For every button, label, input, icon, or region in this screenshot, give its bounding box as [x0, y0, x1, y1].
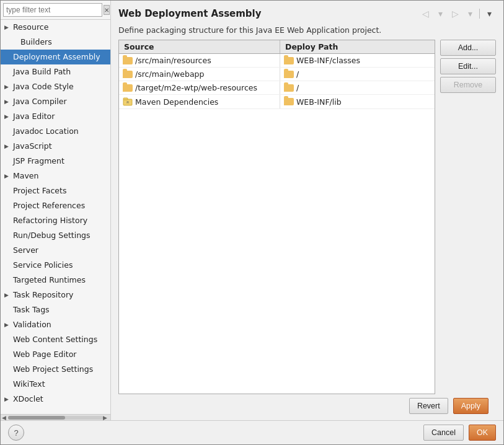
sidebar-item-wikitext[interactable]: WikiText [1, 377, 110, 392]
dialog: ✕ ▶ Resource Builders Deployment Assembl… [0, 0, 504, 445]
folder-icon [123, 84, 133, 92]
sidebar-item-label: Deployment Assembly [13, 51, 108, 63]
sidebar-item-label: Project Facets [13, 185, 108, 196]
toolbar-divider [479, 9, 480, 19]
sidebar: ✕ ▶ Resource Builders Deployment Assembl… [1, 1, 111, 420]
forward-button[interactable]: ▷ [448, 7, 462, 20]
column-deploy-header: Deploy Path [280, 40, 435, 53]
source-path: /src/main/webapp [135, 69, 205, 79]
source-cell: /src/main/webapp [119, 68, 280, 81]
add-button[interactable]: Add... [440, 40, 496, 56]
svg-rect-1 [123, 98, 128, 100]
folder-icon [284, 98, 294, 105]
scroll-track [8, 416, 103, 420]
back-dropdown-button[interactable]: ▾ [433, 7, 447, 20]
help-button[interactable]: ? [8, 425, 24, 441]
sidebar-item-label: XDoclet [13, 394, 108, 405]
sidebar-item-task-tags[interactable]: Task Tags [1, 302, 110, 317]
table-area: Source Deploy Path /src/main/resources W… [118, 40, 496, 394]
table-row[interactable]: /src/main/resources WEB-INF/classes [119, 54, 435, 68]
source-path: Maven Dependencies [135, 97, 218, 107]
table-row[interactable]: /target/m2e-wtp/web-resources / [119, 81, 435, 95]
assembly-table: Source Deploy Path /src/main/resources W… [118, 40, 435, 394]
forward-dropdown-button[interactable]: ▾ [463, 7, 477, 20]
sidebar-item-label: Java Code Style [13, 81, 108, 92]
sidebar-item-label: Web Page Editor [13, 349, 108, 360]
sidebar-item-refactoring-history[interactable]: Refactoring History [1, 213, 110, 228]
sidebar-item-label: Web Project Settings [13, 364, 108, 375]
sidebar-item-resource[interactable]: ▶ Resource [1, 20, 110, 35]
sidebar-item-validation[interactable]: ▶ Validation [1, 317, 110, 332]
revert-button[interactable]: Revert [409, 398, 448, 414]
sidebar-item-label: Validation [13, 319, 108, 330]
sidebar-item-java-editor[interactable]: ▶ Java Editor [1, 109, 110, 124]
scroll-right-icon[interactable]: ▶ [103, 415, 109, 421]
sidebar-item-label: JavaScript [13, 141, 108, 152]
sidebar-item-web-content-settings[interactable]: Web Content Settings [1, 332, 110, 347]
description-text: Define packaging structure for this Java… [118, 25, 496, 35]
sidebar-item-label: Task Tags [13, 304, 108, 315]
main-panel: Web Deployment Assembly ◁ ▾ ▷ ▾ ▾ Define… [111, 1, 503, 420]
scroll-left-icon[interactable]: ◀ [2, 415, 8, 421]
table-header: Source Deploy Path [119, 40, 435, 54]
sidebar-item-label: Task Repository [13, 289, 108, 301]
apply-button[interactable]: Apply [453, 398, 489, 414]
remove-button[interactable]: Remove [440, 77, 496, 93]
back-button[interactable]: ◁ [418, 7, 432, 20]
sidebar-item-java-code-style[interactable]: ▶ Java Code Style [1, 79, 110, 94]
sidebar-item-project-references[interactable]: Project References [1, 198, 110, 213]
sidebar-item-xdoclet[interactable]: ▶ XDoclet [1, 392, 110, 407]
sidebar-item-label: WikiText [13, 379, 108, 390]
sidebar-item-server[interactable]: Server [1, 243, 110, 258]
sidebar-item-web-page-editor[interactable]: Web Page Editor [1, 347, 110, 362]
sidebar-item-java-build-path[interactable]: Java Build Path [1, 64, 110, 79]
sidebar-item-maven[interactable]: ▶ Maven [1, 169, 110, 183]
sidebar-item-service-policies[interactable]: Service Policies [1, 258, 110, 273]
svg-text:M: M [126, 100, 128, 104]
source-path: /target/m2e-wtp/web-resources [135, 83, 257, 92]
expand-arrow-icon: ▶ [4, 394, 12, 405]
folder-icon [123, 57, 133, 64]
dialog-footer: ? Cancel OK [1, 420, 503, 444]
edit-button[interactable]: Edit... [440, 58, 496, 74]
sidebar-item-project-facets[interactable]: Project Facets [1, 183, 110, 198]
sidebar-item-label: Java Compiler [13, 96, 108, 107]
sidebar-item-deployment-assembly[interactable]: Deployment Assembly [1, 50, 110, 64]
sidebar-item-web-project-settings[interactable]: Web Project Settings [1, 362, 110, 377]
sidebar-item-label: Run/Debug Settings [13, 230, 108, 241]
sidebar-item-label: Server [13, 245, 108, 256]
horizontal-scrollbar[interactable]: ◀ ▶ [1, 414, 110, 420]
deploy-cell: / [280, 68, 435, 81]
sidebar-item-javadoc-location[interactable]: Javadoc Location [1, 124, 110, 139]
revert-apply-row: Revert Apply [118, 394, 496, 416]
sidebar-item-label: Builders [20, 37, 108, 48]
sidebar-item-label: Resource [13, 22, 108, 33]
filter-input[interactable] [3, 3, 102, 17]
sidebar-item-run-debug-settings[interactable]: Run/Debug Settings [1, 228, 110, 243]
expand-arrow-icon: ▶ [4, 141, 12, 152]
sidebar-item-javascript[interactable]: ▶ JavaScript [1, 139, 110, 154]
sidebar-item-label: Maven [13, 170, 108, 182]
cancel-button[interactable]: Cancel [423, 425, 464, 441]
source-path: /src/main/resources [135, 56, 211, 65]
sidebar-item-builders[interactable]: Builders [1, 35, 110, 50]
sidebar-item-task-repository[interactable]: ▶ Task Repository [1, 288, 110, 302]
table-row[interactable]: M Maven Dependencies WEB-INF/lib [119, 95, 435, 109]
sidebar-item-targeted-runtimes[interactable]: Targeted Runtimes [1, 273, 110, 288]
maven-icon: M [123, 97, 133, 107]
filter-box: ✕ [1, 1, 110, 20]
folder-icon [284, 57, 294, 64]
filter-clear-button[interactable]: ✕ [104, 5, 110, 15]
deploy-path: WEB-INF/classes [296, 56, 360, 65]
deploy-cell: WEB-INF/lib [280, 95, 435, 108]
table-row[interactable]: /src/main/webapp / [119, 68, 435, 81]
sidebar-item-label: Project References [13, 200, 108, 211]
sidebar-item-jsp-fragment[interactable]: JSP Fragment [1, 154, 110, 169]
menu-button[interactable]: ▾ [482, 7, 496, 20]
sidebar-item-label: Web Content Settings [13, 334, 108, 345]
folder-icon [284, 84, 294, 92]
deploy-cell: / [280, 81, 435, 94]
ok-button[interactable]: OK [469, 425, 496, 441]
sidebar-item-java-compiler[interactable]: ▶ Java Compiler [1, 94, 110, 109]
sidebar-item-label: Javadoc Location [13, 126, 108, 137]
